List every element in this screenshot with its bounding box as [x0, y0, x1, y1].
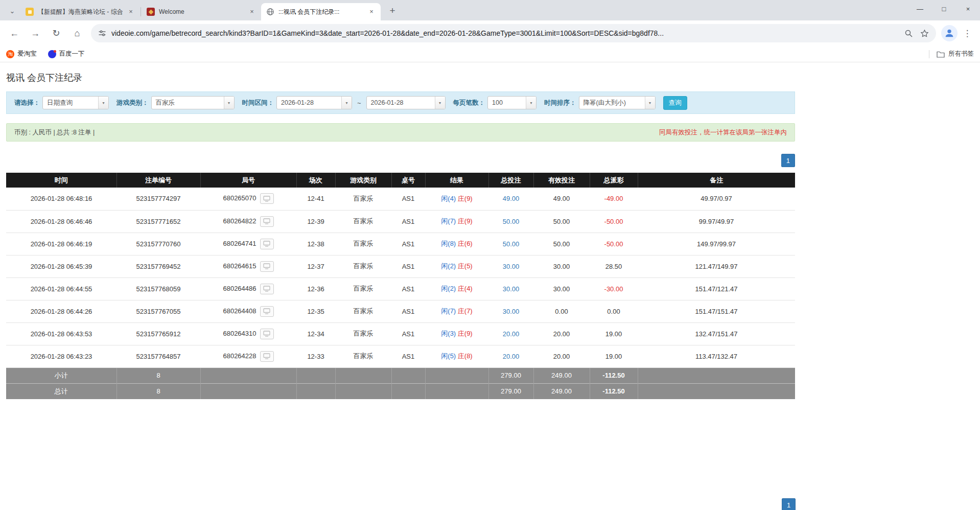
chevron-down-icon: ▾ [526, 97, 536, 109]
back-button[interactable]: ← [5, 24, 24, 42]
search-button[interactable]: 查询 [663, 96, 687, 110]
cell-session: 12-36 [296, 277, 335, 300]
cell-bet-no: 523157771652 [116, 210, 200, 233]
round-no-text: 680264486 [223, 284, 256, 292]
result-banker: 庄(9) [458, 217, 473, 225]
cell-valid-bet: 50.00 [533, 210, 590, 233]
total-valid-bet: 249.00 [533, 383, 590, 399]
video-replay-button[interactable] [260, 261, 274, 272]
round-no-text: 680264408 [223, 307, 256, 314]
tab-bet-records-active[interactable]: :::视讯 会员下注纪录::: × [261, 3, 381, 20]
bookmark-star-icon[interactable] [920, 29, 929, 38]
video-replay-button[interactable] [260, 239, 274, 249]
welcome-favicon-icon [147, 8, 155, 16]
forward-button[interactable]: → [26, 24, 44, 42]
cell-empty [335, 383, 391, 399]
maximize-button[interactable]: □ [932, 0, 956, 17]
video-replay-button[interactable] [260, 284, 274, 294]
profile-avatar[interactable] [941, 25, 958, 41]
tab-forum[interactable]: 【新提醒】海燕策略论坛 - 综合... × [20, 3, 140, 20]
cell-time: 2026-01-28 06:45:39 [6, 255, 116, 277]
cell-table-no: AS1 [391, 345, 425, 367]
tab-search-chevron-icon[interactable]: ⌄ [5, 4, 19, 18]
chevron-down-icon: ▾ [435, 97, 445, 109]
result-player: 闲(5) [441, 352, 456, 360]
cell-payout: 19.00 [590, 322, 638, 345]
cell-time: 2026-01-28 06:46:46 [6, 210, 116, 233]
tab-welcome[interactable]: Welcome × [142, 3, 261, 20]
home-button[interactable]: ⌂ [68, 24, 86, 42]
cell-session: 12-37 [296, 255, 335, 277]
video-replay-button[interactable] [260, 351, 274, 362]
range-separator: ~ [357, 99, 361, 107]
date-start-input[interactable]: 2026-01-28 ▾ [276, 96, 352, 109]
result-player: 闲(2) [441, 285, 456, 292]
bookmarks-bar: 淘 爱淘宝 百度一下 所有书签 [0, 46, 980, 62]
bookmark-taobao[interactable]: 淘 爱淘宝 [6, 50, 37, 58]
game-type-select[interactable]: 百家乐 ▾ [151, 96, 235, 109]
cell-bet-no: 523157768059 [116, 277, 200, 300]
minimize-button[interactable]: — [908, 0, 932, 17]
cell-bet-no: 523157774297 [116, 188, 200, 210]
cell-session: 12-33 [296, 345, 335, 367]
video-replay-button[interactable] [260, 306, 274, 317]
round-no-text: 680264228 [223, 352, 256, 359]
cell-total-bet: 20.00 [488, 322, 533, 345]
cell-time: 2026-01-28 06:43:53 [6, 322, 116, 345]
all-bookmarks-button[interactable]: 所有书签 [937, 50, 974, 58]
tab-separator [141, 7, 141, 16]
cell-empty [391, 367, 425, 383]
browser-menu-icon[interactable]: ⋮ [960, 28, 975, 39]
round-no-text: 680265070 [223, 194, 256, 202]
tab-close-icon[interactable]: × [367, 8, 376, 16]
round-no-text: 680264822 [223, 217, 256, 224]
cell-bet-no: 523157770760 [116, 233, 200, 255]
new-tab-button[interactable]: + [385, 4, 400, 18]
address-bar[interactable]: videoie.com/game/betrecord_search/kind3?… [91, 24, 936, 42]
video-replay-button[interactable] [260, 329, 274, 339]
cell-session: 12-39 [296, 210, 335, 233]
date-range-label: 时间区间： [242, 99, 274, 107]
cell-game: 百家乐 [335, 188, 391, 210]
cell-game: 百家乐 [335, 210, 391, 233]
cell-result: 闲(3) 庄(9) [425, 322, 488, 345]
column-header: 游戏类别 [335, 173, 391, 188]
sort-select[interactable]: 降幂(由大到小) ▾ [579, 96, 656, 109]
column-header: 总投注 [488, 173, 533, 188]
video-replay-button[interactable] [260, 193, 274, 204]
query-type-select[interactable]: 日期查询 ▾ [42, 96, 109, 109]
forum-favicon-icon [26, 8, 34, 16]
date-end-value: 2026-01-28 [367, 99, 435, 106]
per-page-input[interactable]: 100 ▾ [487, 96, 536, 109]
page-1-button[interactable]: 1 [782, 498, 796, 510]
total-label: 总计 [6, 383, 116, 399]
url-text[interactable]: videoie.com/game/betrecord_search/kind3?… [111, 29, 897, 37]
window-close-button[interactable]: × [956, 0, 980, 17]
cell-round-no: 680265070 [200, 188, 296, 210]
site-settings-icon[interactable] [98, 29, 106, 37]
tab-close-icon[interactable]: × [127, 8, 135, 16]
tab-close-icon[interactable]: × [248, 8, 256, 16]
refresh-button[interactable]: ↻ [47, 24, 65, 42]
bookmark-baidu[interactable]: 百度一下 [48, 50, 85, 58]
info-bar: 币别 : 人民币 | 总共 :8 注单 | 同局有效投注，统一计算在该局第一张注… [6, 123, 795, 142]
game-type-value: 百家乐 [152, 99, 224, 107]
cell-empty [425, 383, 488, 399]
cell-valid-bet: 0.00 [533, 300, 590, 322]
cell-payout: -50.00 [590, 210, 638, 233]
zoom-icon[interactable] [904, 29, 913, 38]
cell-empty [296, 383, 335, 399]
date-end-input[interactable]: 2026-01-28 ▾ [366, 96, 446, 109]
round-no-text: 680264615 [223, 262, 256, 269]
video-replay-button[interactable] [260, 216, 274, 227]
pagination-bottom: 1 [782, 498, 796, 510]
cell-empty [296, 367, 335, 383]
select-type-label: 请选择： [14, 99, 40, 107]
cell-valid-bet: 49.00 [533, 188, 590, 210]
cell-remark: 49.97/0.97 [638, 188, 795, 210]
result-player: 闲(2) [441, 262, 456, 270]
result-player: 闲(7) [441, 217, 456, 225]
result-player: 闲(7) [441, 307, 456, 315]
column-header: 场次 [296, 173, 335, 188]
page-1-button[interactable]: 1 [781, 154, 795, 167]
